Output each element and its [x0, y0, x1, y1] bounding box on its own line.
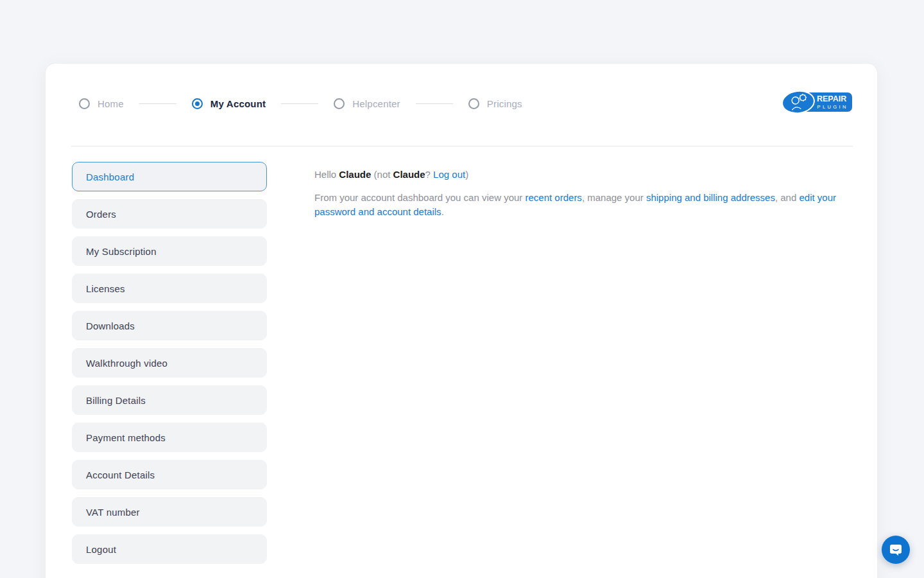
stepper-connector [139, 103, 176, 104]
sidebar-item-label: Payment methods [86, 432, 166, 443]
logo-text-plugin: PLUGIN [817, 104, 848, 110]
greeting-middle: (not [371, 169, 393, 180]
stepper-connector [281, 103, 318, 104]
account-page-card: Home My Account Helpcenter Pricings [45, 63, 878, 578]
sidebar-item-vat-number[interactable]: VAT number [72, 497, 267, 527]
sidebar-item-label: Licenses [86, 283, 125, 294]
recent-orders-link[interactable]: recent orders [526, 192, 582, 203]
top-navigation: Home My Account Helpcenter Pricings [46, 64, 877, 115]
sidebar-item-billing-details[interactable]: Billing Details [72, 385, 267, 415]
greeting-hello: Hello [314, 169, 339, 180]
username: Claude [339, 169, 371, 180]
greeting-line: Hello Claude (not Claude? Log out) [314, 168, 847, 182]
sidebar-item-account-details[interactable]: Account Details [72, 460, 267, 489]
sidebar-item-dashboard[interactable]: Dashboard [72, 162, 267, 191]
log-out-link[interactable]: Log out [433, 169, 465, 180]
dashboard-content: Hello Claude (not Claude? Log out) From … [314, 162, 847, 572]
sidebar-item-walkthrough-video[interactable]: Walkthrough video [72, 348, 267, 378]
sidebar-item-my-subscription[interactable]: My Subscription [72, 236, 267, 266]
sidebar-item-licenses[interactable]: Licenses [72, 274, 267, 303]
stepper-label: My Account [210, 98, 266, 109]
paragraph-text: , and [775, 192, 800, 203]
account-sidebar: DashboardOrdersMy SubscriptionLicensesDo… [72, 162, 267, 572]
logo-text-repair: REPAIR [817, 94, 846, 103]
sidebar-item-label: Walkthrough video [86, 358, 167, 369]
sidebar-item-label: Dashboard [86, 171, 134, 182]
paragraph-text: From your account dashboard you can view… [314, 192, 526, 203]
greeting-question: ? [425, 169, 434, 180]
sidebar-item-label: VAT number [86, 507, 140, 518]
stepper-connector [416, 103, 453, 104]
stepper-label: Pricings [487, 98, 522, 109]
radio-icon [334, 98, 345, 109]
chat-bubble-icon [888, 542, 903, 557]
shipping-billing-link[interactable]: shipping and billing addresses [646, 192, 775, 203]
sidebar-item-orders[interactable]: Orders [72, 199, 267, 229]
paragraph-text: . [441, 206, 444, 217]
site-stepper-nav: Home My Account Helpcenter Pricings [79, 98, 522, 109]
repair-plugin-logo[interactable]: REPAIR PLUGIN [781, 89, 853, 118]
radio-selected-icon [192, 98, 203, 109]
sidebar-item-label: Logout [86, 544, 116, 555]
sidebar-item-label: Billing Details [86, 395, 146, 406]
stepper-item-home[interactable]: Home [79, 98, 124, 109]
stepper-label: Home [98, 98, 124, 109]
stepper-item-helpcenter[interactable]: Helpcenter [334, 98, 400, 109]
radio-icon [79, 98, 90, 109]
sidebar-item-label: Orders [86, 209, 116, 220]
username: Claude [393, 169, 425, 180]
sidebar-item-logout[interactable]: Logout [72, 534, 267, 564]
sidebar-item-payment-methods[interactable]: Payment methods [72, 423, 267, 452]
greeting-close: ) [465, 169, 468, 180]
dashboard-intro-paragraph: From your account dashboard you can view… [314, 191, 847, 218]
sidebar-item-label: Account Details [86, 469, 155, 480]
sidebar-item-label: My Subscription [86, 246, 157, 257]
sidebar-item-downloads[interactable]: Downloads [72, 311, 267, 340]
paragraph-text: , manage your [582, 192, 646, 203]
stepper-item-pricings[interactable]: Pricings [468, 98, 522, 109]
chat-launcher-button[interactable] [882, 536, 910, 564]
radio-icon [468, 98, 479, 109]
sidebar-item-label: Downloads [86, 320, 135, 331]
stepper-label: Helpcenter [352, 98, 400, 109]
stepper-item-my-account[interactable]: My Account [192, 98, 266, 109]
